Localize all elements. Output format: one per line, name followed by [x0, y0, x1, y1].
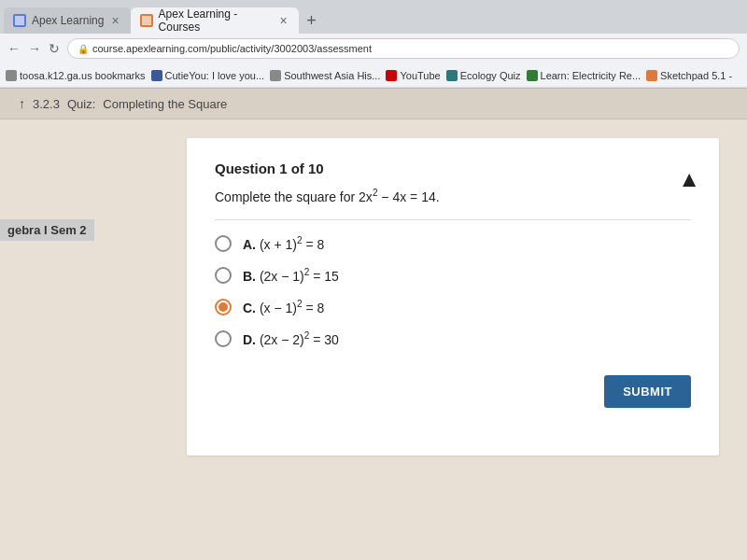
- option-b[interactable]: B. (2x − 1)2 = 15: [215, 267, 691, 284]
- option-a[interactable]: A. (x + 1)2 = 8: [215, 235, 691, 252]
- bookmark-icon-southwest: [270, 70, 281, 81]
- submit-area: SUBMIT: [215, 375, 691, 408]
- tab-close-apex-learning[interactable]: ×: [109, 13, 120, 28]
- back-button[interactable]: ←: [7, 41, 21, 56]
- bookmark-toosa[interactable]: toosa.k12.ga.us bookmarks: [6, 70, 146, 81]
- bookmark-icon-youtube: [386, 70, 397, 81]
- lock-icon: 🔒: [78, 44, 89, 54]
- bookmark-ecology[interactable]: Ecology Quiz: [446, 70, 521, 81]
- option-c[interactable]: C. (x − 1)2 = 8: [215, 299, 691, 315]
- tab-label-apex-courses: Apex Learning - Courses: [159, 7, 273, 34]
- bookmark-icon-electricity: [527, 70, 538, 81]
- bookmark-icon-cutieyou: [151, 70, 162, 81]
- breadcrumb-up-icon: ↑: [19, 96, 25, 111]
- bookmark-label-sketchpad: Sketchpad 5.1 -: [660, 70, 732, 81]
- reload-button[interactable]: ↻: [49, 41, 60, 56]
- tab-icon-apex-learning: [13, 14, 26, 27]
- tab-close-apex-courses[interactable]: ×: [277, 13, 289, 28]
- bookmark-youtube[interactable]: YouTube: [386, 70, 440, 81]
- address-text: course.apexlearning.com/public/activity/…: [92, 43, 372, 54]
- bookmark-icon-toosa: [6, 70, 17, 81]
- tab-icon-apex-courses: [140, 14, 153, 27]
- bookmark-label-toosa: toosa.k12.ga.us bookmarks: [20, 70, 146, 81]
- quiz-container: ▲ Question 1 of 10 Complete the square f…: [187, 138, 719, 455]
- option-d[interactable]: D. (2x − 2)2 = 30: [215, 330, 691, 347]
- breadcrumb-bar: ↑ 3.2.3 Quiz: Completing the Square: [0, 89, 747, 119]
- radio-c[interactable]: [215, 299, 232, 315]
- radio-b[interactable]: [215, 267, 232, 284]
- bookmark-label-cutieyou: CutieYou: I love you...: [165, 70, 265, 81]
- breadcrumb-type: Quiz:: [67, 97, 95, 111]
- breadcrumb-title: Completing the Square: [103, 97, 227, 111]
- tab-apex-courses[interactable]: Apex Learning - Courses ×: [131, 7, 299, 34]
- new-tab-button[interactable]: +: [299, 7, 325, 34]
- question-text: Complete the square for 2x2 − 4x = 14.: [215, 188, 691, 220]
- option-a-label: A. (x + 1)2 = 8: [243, 235, 324, 252]
- option-c-label: C. (x − 1)2 = 8: [243, 299, 324, 315]
- bookmark-electricity[interactable]: Learn: Electricity Re...: [527, 70, 641, 81]
- radio-a[interactable]: [215, 235, 232, 252]
- tab-apex-learning[interactable]: Apex Learning ×: [4, 7, 131, 34]
- radio-d[interactable]: [215, 330, 232, 347]
- page-content: gebra I Sem 2 ↑ 3.2.3 Quiz: Completing t…: [0, 89, 747, 560]
- bookmark-label-youtube: YouTube: [400, 70, 440, 81]
- question-header: Question 1 of 10: [215, 161, 691, 176]
- bookmark-icon-ecology: [446, 70, 458, 81]
- bookmark-label-electricity: Learn: Electricity Re...: [541, 70, 641, 81]
- breadcrumb-number: 3.2.3: [33, 97, 60, 111]
- browser-chrome: Apex Learning × Apex Learning - Courses …: [0, 0, 747, 89]
- bookmarks-bar: toosa.k12.ga.us bookmarks CutieYou: I lo…: [0, 63, 747, 88]
- sidebar-label: gebra I Sem 2: [0, 219, 94, 241]
- bookmark-sketchpad[interactable]: Sketchpad 5.1 -: [646, 70, 732, 81]
- bookmark-southwest[interactable]: Southwest Asia His...: [270, 70, 380, 81]
- bookmark-label-ecology: Ecology Quiz: [460, 70, 521, 81]
- address-box[interactable]: 🔒 course.apexlearning.com/public/activit…: [67, 38, 740, 59]
- radio-c-inner: [218, 302, 228, 312]
- tab-label-apex-learning: Apex Learning: [32, 14, 104, 27]
- bookmark-cutieyou[interactable]: CutieYou: I love you...: [151, 70, 265, 81]
- bookmark-icon-sketchpad: [646, 70, 657, 81]
- tabs-bar: Apex Learning × Apex Learning - Courses …: [0, 0, 747, 34]
- bookmark-label-southwest: Southwest Asia His...: [284, 70, 380, 81]
- forward-button[interactable]: →: [28, 41, 41, 56]
- option-b-label: B. (2x − 1)2 = 15: [243, 267, 339, 284]
- address-bar: ← → ↻ 🔒 course.apexlearning.com/public/a…: [0, 34, 747, 63]
- option-d-label: D. (2x − 2)2 = 30: [243, 330, 339, 347]
- options-list: A. (x + 1)2 = 8 B. (2x − 1)2 = 15 C. (x …: [215, 235, 691, 347]
- svg-rect-1: [142, 16, 151, 25]
- submit-button[interactable]: SUBMIT: [604, 375, 691, 408]
- svg-rect-0: [15, 16, 24, 25]
